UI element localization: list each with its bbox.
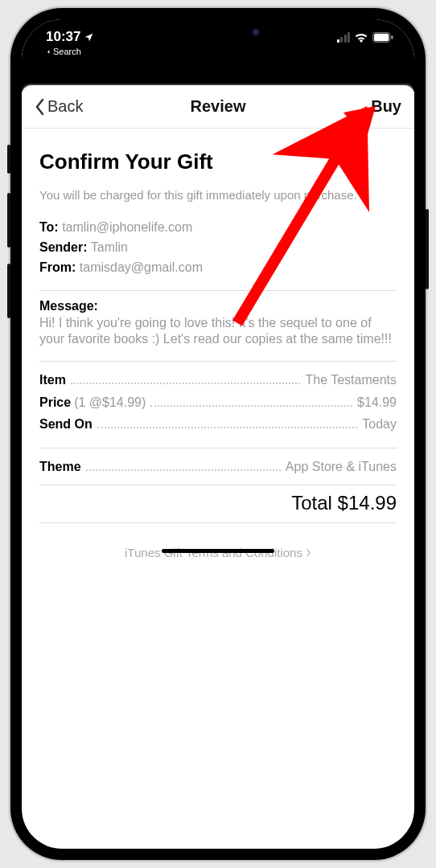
buy-button[interactable]: Buy: [371, 97, 401, 116]
to-field: To: tamlin@iphonelife.com: [39, 218, 397, 237]
divider: [39, 522, 397, 523]
page-title: Confirm Your Gift: [39, 149, 397, 174]
from-label: From:: [39, 260, 76, 274]
total-row: Total $14.99: [39, 485, 397, 522]
nav-title: Review: [191, 97, 246, 116]
sender-value: Tamlin: [91, 240, 128, 254]
battery-icon: [372, 32, 393, 43]
total-label: Total: [291, 492, 332, 514]
location-arrow-icon: [84, 32, 94, 43]
cellular-signal-icon: [337, 32, 351, 43]
sender-field: Sender: Tamlin: [39, 238, 397, 257]
message-body: Hi! I think you're going to love this! I…: [39, 315, 397, 349]
home-indicator[interactable]: [162, 549, 274, 553]
caret-left-icon: [46, 48, 51, 55]
charge-notice: You will be charged for this gift immedi…: [39, 187, 397, 203]
to-value: tamlin@iphonelife.com: [62, 220, 192, 234]
from-value: tamisday@gmail.com: [80, 260, 203, 274]
back-label: Back: [47, 97, 83, 116]
svg-rect-1: [374, 34, 389, 41]
price-value: $14.99: [357, 392, 397, 413]
message-label: Message:: [39, 299, 98, 313]
chevron-left-icon: [35, 98, 46, 116]
price-label: Price: [39, 392, 71, 413]
item-value: The Testaments: [305, 370, 397, 391]
price-sublabel: (1 @$14.99): [74, 392, 146, 413]
status-time: 10:37: [46, 29, 80, 45]
sendon-label: Send On: [39, 414, 93, 435]
theme-label: Theme: [39, 457, 81, 477]
message-section: Message: Hi! I think you're going to lov…: [39, 299, 397, 349]
breadcrumb-back[interactable]: Search: [46, 47, 94, 56]
from-field: From: tamisday@gmail.com: [39, 258, 397, 277]
sendon-row: Send On Today: [39, 414, 397, 435]
to-label: To:: [39, 220, 59, 234]
divider: [39, 448, 397, 448]
details-table: Item The Testaments Price (1 @$14.99) $1…: [39, 370, 397, 435]
divider: [39, 361, 397, 362]
theme-value: App Store & iTunes: [286, 457, 397, 477]
total-value: $14.99: [338, 492, 397, 514]
sendon-value: Today: [362, 414, 397, 435]
phone-notch: [134, 19, 302, 45]
chevron-right-icon: [306, 548, 311, 557]
price-row: Price (1 @$14.99) $14.99: [39, 392, 397, 413]
breadcrumb-label: Search: [53, 47, 81, 56]
back-button[interactable]: Back: [35, 97, 83, 116]
item-row: Item The Testaments: [39, 370, 397, 391]
wifi-icon: [354, 32, 368, 43]
sender-label: Sender:: [39, 240, 88, 254]
theme-row: Theme App Store & iTunes: [39, 457, 397, 477]
divider: [39, 290, 397, 291]
item-label: Item: [39, 370, 66, 391]
navigation-bar: Back Review Buy: [22, 85, 414, 129]
svg-rect-2: [391, 35, 393, 39]
